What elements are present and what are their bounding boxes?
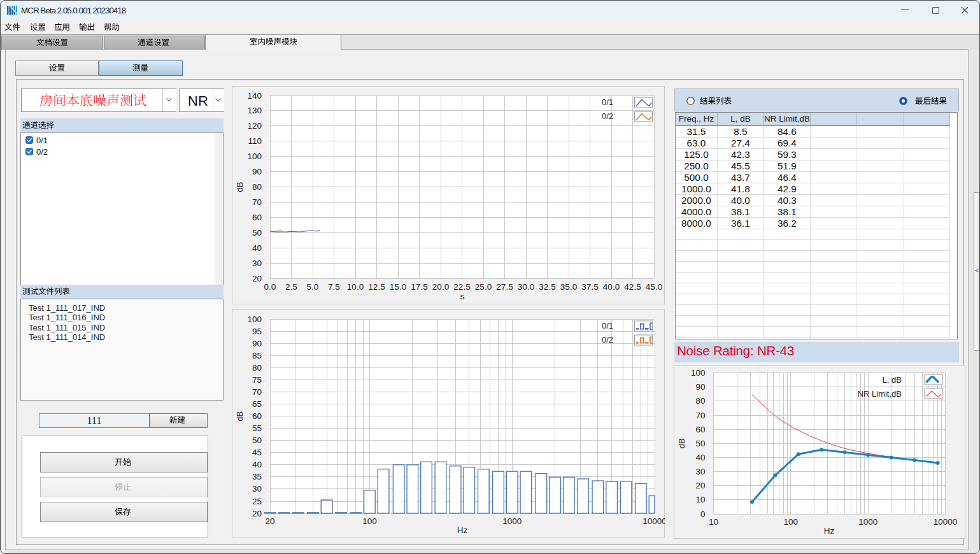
svg-text:40: 40 <box>252 243 262 253</box>
svg-text:10: 10 <box>709 517 718 527</box>
svg-text:60: 60 <box>252 411 262 421</box>
svg-text:35.0: 35.0 <box>560 282 577 292</box>
svg-text:100: 100 <box>362 516 377 526</box>
svg-text:100: 100 <box>247 315 262 324</box>
svg-text:70: 70 <box>252 197 262 207</box>
svg-text:1000: 1000 <box>502 516 522 526</box>
svg-text:65: 65 <box>252 399 262 409</box>
svg-text:50: 50 <box>252 436 262 445</box>
svg-text:85: 85 <box>252 351 262 360</box>
svg-text:70: 70 <box>252 387 262 397</box>
svg-text:37.5: 37.5 <box>581 282 598 292</box>
svg-text:dB: dB <box>235 182 245 192</box>
svg-text:20: 20 <box>265 516 274 526</box>
svg-text:Hz: Hz <box>824 526 835 536</box>
svg-text:0.0: 0.0 <box>264 282 276 292</box>
svg-text:5.0: 5.0 <box>307 282 319 292</box>
svg-text:22.5: 22.5 <box>453 282 470 292</box>
svg-text:20.0: 20.0 <box>432 282 449 292</box>
svg-text:10: 10 <box>695 495 705 504</box>
svg-text:30: 30 <box>252 259 262 268</box>
svg-text:25.0: 25.0 <box>475 282 492 292</box>
svg-text:42.5: 42.5 <box>624 282 641 292</box>
svg-text:20: 20 <box>695 481 705 490</box>
svg-text:90: 90 <box>252 167 262 176</box>
svg-text:12.5: 12.5 <box>368 282 385 292</box>
svg-text:140: 140 <box>247 91 262 101</box>
svg-text:100: 100 <box>247 152 262 161</box>
svg-text:40: 40 <box>252 460 262 469</box>
svg-text:95: 95 <box>252 327 262 336</box>
svg-text:45.0: 45.0 <box>646 282 662 292</box>
svg-text:Hz: Hz <box>457 525 468 535</box>
svg-text:80: 80 <box>252 182 262 192</box>
svg-text:27.5: 27.5 <box>496 282 513 292</box>
svg-text:50: 50 <box>252 228 262 238</box>
svg-text:10000: 10000 <box>934 517 958 527</box>
svg-text:20: 20 <box>252 509 262 518</box>
svg-text:70: 70 <box>695 411 705 420</box>
svg-text:0/2: 0/2 <box>602 335 613 344</box>
svg-text:120: 120 <box>247 121 262 131</box>
svg-text:10.0: 10.0 <box>347 282 364 292</box>
svg-text:L, dB: L, dB <box>883 375 902 385</box>
svg-text:60: 60 <box>695 425 705 434</box>
svg-text:90: 90 <box>252 339 262 348</box>
svg-text:7.5: 7.5 <box>328 282 340 292</box>
svg-text:30: 30 <box>695 467 705 476</box>
svg-text:s: s <box>460 292 465 301</box>
svg-text:32.5: 32.5 <box>539 282 555 292</box>
svg-text:17.5: 17.5 <box>411 282 427 292</box>
svg-text:1000: 1000 <box>858 517 877 527</box>
svg-text:110: 110 <box>248 136 262 146</box>
svg-text:45: 45 <box>252 448 262 457</box>
svg-text:0/1: 0/1 <box>602 321 613 330</box>
svg-text:100: 100 <box>691 368 706 378</box>
svg-text:0/1: 0/1 <box>602 97 613 107</box>
svg-text:25: 25 <box>252 497 262 506</box>
svg-text:dB: dB <box>677 438 686 448</box>
svg-text:80: 80 <box>252 363 262 373</box>
svg-text:75: 75 <box>252 375 262 385</box>
svg-text:20: 20 <box>252 274 262 283</box>
svg-text:40: 40 <box>695 453 705 462</box>
svg-text:0/2: 0/2 <box>602 111 613 121</box>
svg-text:60: 60 <box>252 213 262 222</box>
svg-text:30.0: 30.0 <box>518 282 534 292</box>
svg-text:10000: 10000 <box>643 516 665 526</box>
svg-text:35: 35 <box>252 472 262 481</box>
svg-text:2.5: 2.5 <box>285 282 297 292</box>
svg-text:15.0: 15.0 <box>390 282 406 292</box>
svg-text:0: 0 <box>700 509 706 519</box>
svg-text:130: 130 <box>247 106 262 115</box>
svg-text:100: 100 <box>784 517 799 527</box>
svg-text:80: 80 <box>695 396 705 406</box>
svg-text:50: 50 <box>695 439 705 448</box>
svg-text:40.0: 40.0 <box>603 282 620 292</box>
svg-text:NR Limit,dB: NR Limit,dB <box>858 389 902 399</box>
svg-text:55: 55 <box>252 423 262 433</box>
svg-text:dB: dB <box>235 411 245 422</box>
svg-text:90: 90 <box>695 382 705 392</box>
svg-text:30: 30 <box>252 484 262 494</box>
